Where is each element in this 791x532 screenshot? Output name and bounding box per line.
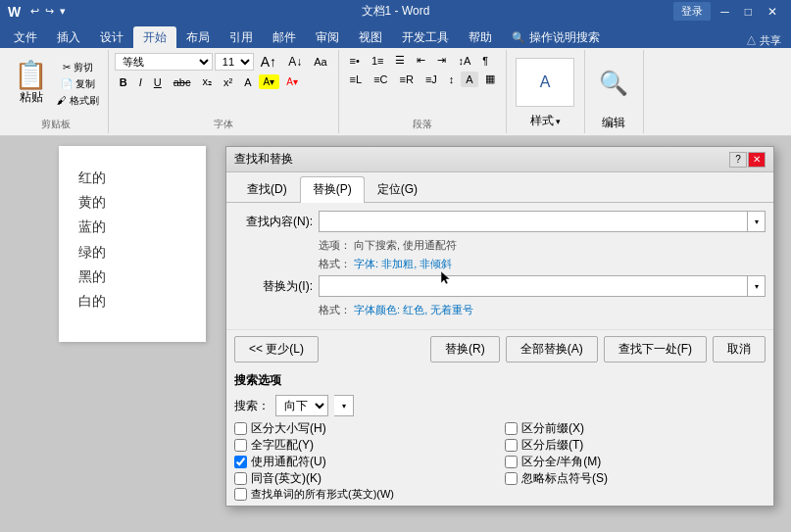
- document-title: 文档1 - Word: [362, 3, 430, 20]
- styles-preview[interactable]: A: [516, 58, 574, 107]
- clear-format-button[interactable]: Aa: [309, 54, 331, 70]
- justify-button[interactable]: ≡J: [420, 72, 442, 87]
- replace-row: 替换为(I): ▾: [234, 275, 766, 297]
- quick-access-toolbar: ↩ ↪ ▾: [28, 5, 68, 18]
- font-color-button[interactable]: A▾: [281, 74, 303, 89]
- dialog-close-button[interactable]: ✕: [748, 152, 766, 168]
- checkbox-suffix-input[interactable]: [505, 439, 518, 452]
- format-painter-button[interactable]: 🖌 格式刷: [54, 93, 102, 109]
- tab-dev[interactable]: 开发工具: [392, 26, 459, 48]
- search-icon: 🔍: [512, 31, 525, 44]
- dialog-help-button[interactable]: ?: [729, 152, 747, 168]
- find-row: 查找内容(N): ▾: [234, 211, 766, 232]
- redo-btn[interactable]: ↪: [43, 5, 56, 18]
- checkboxes-left: 区分大小写(H) 全字匹配(Y) 使用通配符(U) 同音(英文)(K): [234, 420, 495, 502]
- checkbox-punct-input[interactable]: [505, 472, 518, 485]
- tab-layout[interactable]: 布局: [176, 26, 220, 48]
- strikethrough-button[interactable]: abc: [169, 74, 196, 90]
- tab-references[interactable]: 引用: [220, 26, 263, 48]
- share-button[interactable]: △ 共享: [744, 33, 783, 48]
- undo-btn[interactable]: ↩: [28, 5, 41, 18]
- doc-line-2: 黄的: [78, 190, 186, 215]
- indent-button[interactable]: ⇥: [432, 52, 451, 69]
- search-options-section: 搜索选项 搜索： 向下 ▾ 区分大小写(H): [226, 368, 773, 506]
- find-next-button[interactable]: 查找下一处(F): [604, 336, 707, 363]
- tab-insert[interactable]: 插入: [47, 26, 90, 48]
- checkbox-whole-word-input[interactable]: [234, 439, 247, 452]
- align-center-button[interactable]: ≡C: [369, 72, 392, 87]
- document-page[interactable]: 红的 黄的 蓝的 绿的 黑的 白的: [59, 146, 206, 342]
- cancel-button[interactable]: 取消: [713, 336, 766, 363]
- replace-label: 替换为(I):: [234, 278, 313, 295]
- find-input[interactable]: [319, 211, 748, 232]
- more-less-button[interactable]: << 更少(L): [234, 336, 319, 363]
- borders-button[interactable]: ▦: [480, 71, 500, 87]
- find-dropdown-button[interactable]: ▾: [748, 211, 766, 232]
- tab-file[interactable]: 文件: [4, 26, 47, 48]
- outdent-button[interactable]: ⇤: [412, 52, 430, 69]
- checkbox-wildcard-input[interactable]: [234, 456, 247, 468]
- italic-button[interactable]: I: [134, 74, 147, 90]
- dialog-tabs: 查找(D) 替换(P) 定位(G): [226, 172, 773, 203]
- tab-help[interactable]: 帮助: [459, 26, 502, 48]
- font-family-select[interactable]: 等线: [115, 53, 213, 71]
- bold-button[interactable]: B: [115, 74, 132, 90]
- paste-button[interactable]: 📋 粘贴: [10, 60, 52, 108]
- search-direction-select[interactable]: 向下: [275, 395, 328, 416]
- tab-search[interactable]: 🔍 操作说明搜索: [502, 26, 610, 48]
- dialog-tab-replace[interactable]: 替换(P): [300, 176, 365, 203]
- checkbox-prefix-input[interactable]: [505, 422, 518, 435]
- tab-review[interactable]: 审阅: [306, 26, 349, 48]
- align-left-button[interactable]: ≡L: [345, 72, 368, 87]
- find-options-value: 向下搜索, 使用通配符: [354, 239, 457, 251]
- numbering-button[interactable]: 1≡: [367, 53, 389, 69]
- line-spacing-button[interactable]: ↕: [444, 72, 460, 87]
- minimize-button[interactable]: ─: [715, 5, 735, 19]
- edit-button[interactable]: 🔍: [594, 68, 633, 99]
- login-button[interactable]: 登录: [673, 2, 711, 21]
- replace-all-button[interactable]: 全部替换(A): [506, 336, 598, 363]
- shrink-font-button[interactable]: A↓: [283, 53, 307, 71]
- align-right-button[interactable]: ≡R: [395, 72, 419, 87]
- sort-button[interactable]: ↕A: [453, 53, 475, 69]
- tab-home[interactable]: 开始: [133, 26, 176, 48]
- styles-expand-icon[interactable]: ▾: [556, 117, 561, 126]
- word-icon: W: [8, 4, 21, 20]
- multilevel-button[interactable]: ☰: [390, 52, 410, 69]
- checkbox-case-input[interactable]: [234, 422, 247, 435]
- text-effect-button[interactable]: A: [239, 74, 256, 90]
- highlight-button[interactable]: A▾: [259, 74, 280, 89]
- search-direction-dropdown[interactable]: ▾: [334, 395, 354, 416]
- replace-button[interactable]: 替换(R): [430, 336, 500, 363]
- tab-view[interactable]: 视图: [349, 26, 392, 48]
- show-marks-button[interactable]: ¶: [477, 53, 493, 69]
- replace-dropdown-button[interactable]: ▾: [748, 275, 766, 297]
- checkbox-punct-label: 忽略标点符号(S): [521, 470, 608, 487]
- dialog-tab-goto[interactable]: 定位(G): [365, 176, 430, 202]
- underline-button[interactable]: U: [149, 74, 167, 90]
- checkbox-allforms-input[interactable]: [234, 488, 247, 501]
- grow-font-button[interactable]: A↑: [256, 52, 281, 72]
- paste-label: 粘贴: [20, 89, 43, 106]
- find-format-label: 格式：: [319, 258, 351, 269]
- copy-button[interactable]: 📄 复制: [54, 76, 102, 92]
- cut-button[interactable]: ✂ 剪切: [54, 60, 102, 75]
- dialog-title-buttons: ? ✕: [729, 152, 766, 168]
- superscript-button[interactable]: x²: [219, 74, 237, 90]
- shading-button[interactable]: A: [461, 72, 477, 87]
- tab-design[interactable]: 设计: [90, 26, 133, 48]
- bullets-button[interactable]: ≡•: [345, 53, 365, 69]
- checkbox-fullhalf-input[interactable]: [505, 456, 518, 468]
- replace-input[interactable]: [319, 275, 748, 297]
- close-button[interactable]: ✕: [762, 5, 783, 19]
- ribbon: 📋 粘贴 ✂ 剪切 📄 复制 🖌 格式刷 剪贴板 等线 11 A↑ A↓: [0, 48, 791, 136]
- subscript-button[interactable]: x₂: [198, 73, 218, 90]
- quick-access-dropdown[interactable]: ▾: [58, 5, 68, 18]
- dialog-tab-find[interactable]: 查找(D): [234, 176, 300, 202]
- tab-mail[interactable]: 邮件: [263, 26, 306, 48]
- restore-button[interactable]: □: [739, 5, 758, 19]
- checkbox-homophone-input[interactable]: [234, 472, 247, 485]
- checkbox-prefix: 区分前缀(X): [505, 420, 766, 437]
- find-options-info: 选项： 向下搜索, 使用通配符: [319, 238, 766, 253]
- font-size-select[interactable]: 11: [215, 53, 254, 71]
